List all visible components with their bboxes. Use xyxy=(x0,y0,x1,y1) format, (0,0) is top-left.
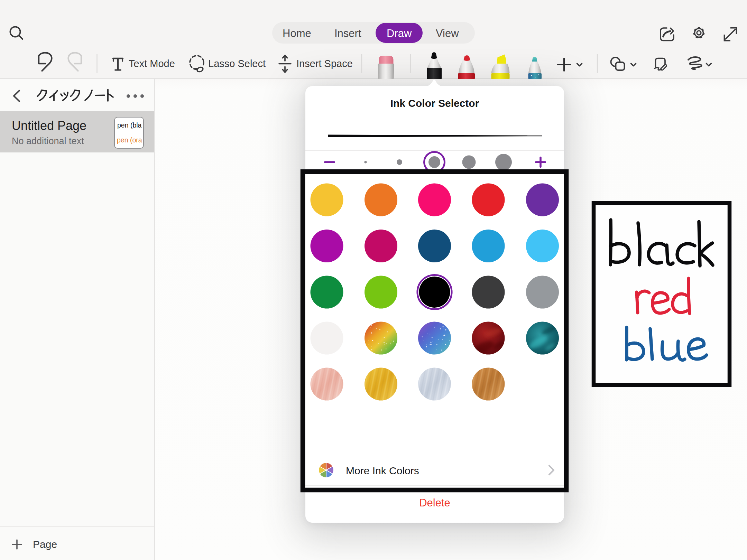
svg-text:pen (ora: pen (ora xyxy=(117,136,142,144)
svg-text:pen (bla: pen (bla xyxy=(117,121,142,129)
